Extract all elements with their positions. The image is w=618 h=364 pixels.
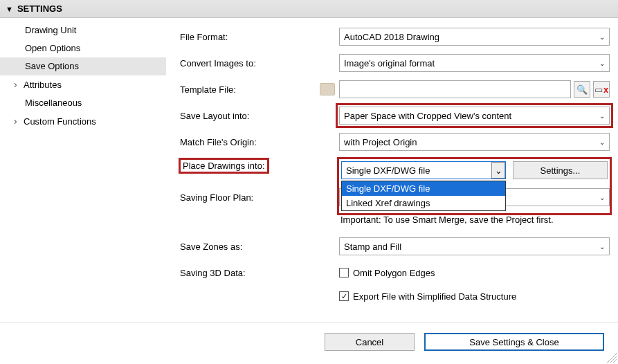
place-drawings-settings-button[interactable]: Settings...: [513, 161, 608, 179]
chevron-down-icon: ⌄: [595, 60, 605, 67]
sidebar-item-save-options[interactable]: Save Options: [0, 57, 166, 75]
save-settings-close-button[interactable]: Save Settings & Close: [424, 333, 604, 351]
checkbox-icon: [339, 268, 349, 277]
chevron-down-icon: ⌄: [595, 243, 605, 251]
export-simplified-checkbox[interactable]: ✓ Export File with Simplified Data Struc…: [339, 291, 516, 302]
sidebar-item-custom-functions[interactable]: Custom Functions: [0, 112, 166, 131]
file-format-select[interactable]: AutoCAD 2018 Drawing ⌄: [339, 28, 610, 46]
checkbox-checked-icon: ✓: [339, 291, 349, 301]
folder-icon: [320, 83, 335, 95]
browse-template-button[interactable]: 🔍: [574, 81, 590, 98]
chevron-down-icon: ⌄: [595, 112, 605, 120]
chevron-down-icon: ⌄: [491, 162, 505, 179]
resize-grip-icon[interactable]: [607, 353, 617, 363]
sidebar-item-open-options[interactable]: Open Options: [0, 39, 166, 57]
omit-polygon-checkbox[interactable]: Omit Polygon Edges: [339, 268, 435, 278]
settings-header[interactable]: ▼ SETTINGS: [0, 0, 618, 18]
place-drawings-option-xref[interactable]: Linked Xref drawings: [342, 196, 505, 210]
save-zones-label: Save Zones as:: [180, 242, 242, 252]
dialog-footer: Cancel Save Settings & Close: [0, 322, 618, 361]
place-drawings-label: Place Drawings into:: [180, 159, 268, 172]
convert-images-label: Convert Images to:: [180, 58, 256, 69]
smart-merge-note: Important: To use Smart Merge, save the …: [340, 215, 610, 225]
header-title: SETTINGS: [17, 3, 62, 14]
search-icon: 🔍: [576, 84, 588, 95]
template-file-input[interactable]: [339, 80, 571, 98]
save-zones-select[interactable]: Stamp and Fill ⌄: [339, 237, 610, 255]
place-drawings-select[interactable]: Single DXF/DWG file ⌄: [341, 161, 506, 179]
cancel-button[interactable]: Cancel: [325, 333, 415, 351]
match-origin-label: Match File's Origin:: [180, 137, 257, 147]
save-layout-select[interactable]: Paper Space with Cropped View's content …: [339, 107, 610, 125]
sidebar-item-drawing-unit[interactable]: Drawing Unit: [0, 21, 166, 39]
settings-form: File Format: AutoCAD 2018 Drawing ⌄ Conv…: [166, 18, 618, 322]
remove-icon: x: [603, 84, 608, 95]
match-origin-select[interactable]: with Project Origin ⌄: [339, 133, 610, 151]
chevron-down-icon: ⌄: [595, 138, 605, 146]
save-layout-label: Save Layout into:: [180, 111, 249, 121]
sidebar-item-attributes[interactable]: Attributes: [0, 75, 166, 94]
chevron-down-icon: ⌄: [595, 33, 605, 41]
file-format-label: File Format:: [180, 32, 228, 42]
settings-sidebar: Drawing Unit Open Options Save Options A…: [0, 18, 166, 322]
convert-images-select[interactable]: Image's original format ⌄: [339, 54, 610, 72]
chevron-down-icon: ⌄: [595, 194, 605, 201]
saving-floor-plan-label: Saving Floor Plan:: [180, 192, 253, 203]
collapse-icon: ▼: [6, 5, 13, 13]
place-drawings-dropdown: Single DXF/DWG file Linked Xref drawings: [341, 181, 506, 211]
clear-template-button[interactable]: ▭x: [593, 81, 610, 98]
saving-3d-label: Saving 3D Data:: [180, 268, 246, 278]
template-file-label: Template File:: [180, 84, 320, 95]
place-drawings-option-single[interactable]: Single DXF/DWG file: [342, 181, 505, 196]
document-icon: ▭: [594, 84, 603, 95]
sidebar-item-miscellaneous[interactable]: Miscellaneous: [0, 94, 166, 112]
